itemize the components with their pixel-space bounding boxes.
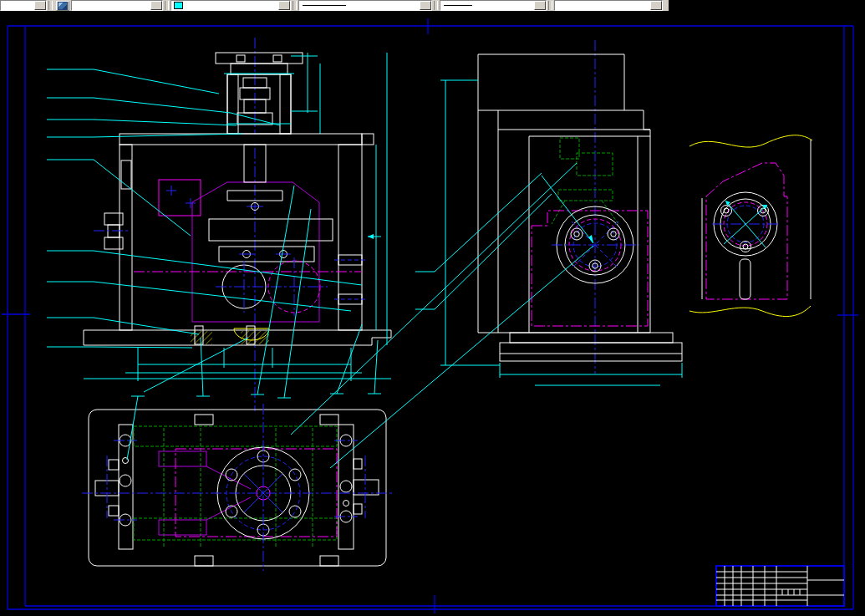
drawing-canvas[interactable]: .w{stroke:#fff;fill:none;stroke-width:1}… [0,11,865,616]
view-a-direction [689,135,812,317]
style-combo[interactable] [71,0,163,11]
toolbar-separator [293,1,297,10]
toolbar-separator [48,1,53,10]
toolbar-separator [165,1,169,10]
lineweight-combo[interactable] [440,0,547,11]
view-front-section [84,38,391,411]
chevron-down-icon[interactable] [534,1,546,10]
title-block [716,566,844,606]
view-side [440,40,682,385]
plotstyle-combo [554,0,663,11]
text-style-button[interactable] [56,1,69,11]
section-arrow-a [368,234,381,239]
chevron-down-icon[interactable] [150,1,162,10]
top-toolbar [0,0,669,11]
linetype-combo[interactable] [298,0,432,11]
style-icon [58,2,68,10]
chevron-down-icon [650,1,662,10]
color-combo[interactable] [170,0,291,11]
chevron-down-icon[interactable] [278,1,290,10]
lineweight-sample [444,5,472,6]
color-swatch-cyan [174,2,183,9]
chevron-down-icon[interactable] [34,1,46,10]
view-plan [82,404,393,571]
chevron-down-icon[interactable] [420,1,431,10]
sheet-frame [2,18,858,613]
linetype-sample [303,5,346,6]
toolbar-separator [434,1,438,10]
toolbar-separator [548,1,552,10]
partial-combo[interactable] [0,0,47,11]
